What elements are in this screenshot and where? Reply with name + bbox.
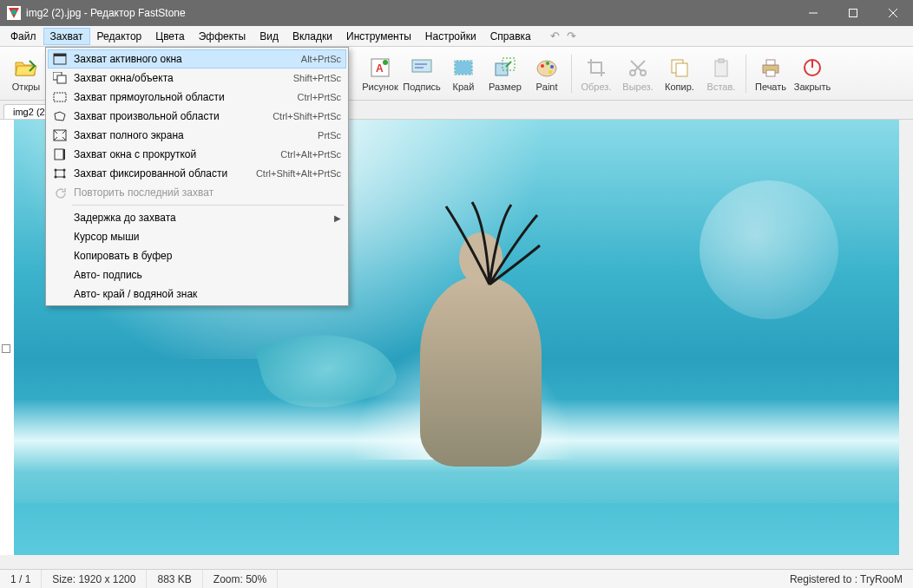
print-button[interactable]: Печать (750, 49, 791, 98)
menu-item-label: Захват окна/объекта (74, 72, 293, 84)
menu-item-label: Захват произвольной области (74, 110, 273, 122)
scroll-corner (899, 555, 913, 569)
menu-tools[interactable]: Инструменты (339, 28, 418, 45)
window-icon (51, 52, 69, 66)
submenu-arrow-icon: ▶ (334, 213, 341, 223)
cut-label: Вырез. (622, 82, 653, 92)
draw-label: Рисунок (362, 82, 398, 92)
menu-capture-fullscreen[interactable]: Захват полного экрана PrtSc (48, 126, 346, 145)
svg-rect-29 (766, 70, 775, 76)
menu-item-label: Авто- подпись (74, 269, 341, 281)
menu-file[interactable]: Файл (3, 28, 43, 45)
svg-rect-24 (676, 63, 687, 76)
menu-capture-fixed[interactable]: Захват фиксированной области Ctrl+Shift+… (48, 164, 346, 183)
menubar: Файл Захват Редактор Цвета Эффекты Вид В… (0, 26, 913, 47)
printer-icon (759, 56, 783, 80)
caption-icon (410, 56, 434, 80)
menu-capture-freeform[interactable]: Захват произвольной области Ctrl+Shift+P… (48, 107, 346, 126)
copy-label: Копир. (665, 82, 694, 92)
menu-item-label: Авто- край / водяной знак (74, 288, 341, 300)
resize-label: Размер (489, 82, 522, 92)
status-filesize: 883 KB (147, 570, 202, 588)
menu-help[interactable]: Справка (483, 28, 538, 45)
svg-rect-25 (715, 61, 727, 76)
svg-rect-35 (57, 75, 66, 83)
menu-capture-rect[interactable]: Захват прямоугольной области Ctrl+PrtSc (48, 88, 346, 107)
menu-capture-window-object[interactable]: Захват окна/объекта Shift+PrtSc (48, 69, 346, 88)
toolbar-separator (746, 55, 746, 93)
scroll-icon (51, 147, 69, 161)
menu-capture-active-window[interactable]: Захват активного окна Alt+PrtSc (48, 49, 346, 69)
copy-button[interactable]: Копир. (659, 49, 700, 98)
menu-item-label: Захват фиксированной области (74, 167, 256, 180)
menu-item-label: Захват прямоугольной области (74, 91, 298, 103)
menu-item-shortcut: Ctrl+Shift+Alt+PrtSc (256, 168, 341, 179)
scissors-icon (626, 56, 650, 80)
cut-button[interactable]: Вырез. (617, 49, 659, 98)
print-label: Печать (755, 82, 786, 92)
svg-point-8 (383, 60, 388, 65)
menu-item-label: Захват окна с прокруткой (74, 148, 280, 160)
menu-capture-copy-buffer[interactable]: Копировать в буфер (48, 246, 346, 265)
open-button[interactable]: Откры (5, 49, 47, 98)
capture-menu: Захват активного окна Alt+PrtSc Захват о… (45, 47, 349, 306)
crop-label: Обрез. (581, 82, 612, 92)
status-zoom-label: Zoom: (213, 573, 243, 585)
caption-label: Подпись (403, 82, 441, 92)
menu-tabs[interactable]: Вкладки (286, 28, 339, 45)
menu-item-shortcut: Shift+PrtSc (293, 73, 341, 83)
crop-button[interactable]: Обрез. (575, 49, 617, 98)
svg-rect-3 (850, 10, 857, 17)
svg-rect-38 (55, 149, 63, 160)
menu-item-label: Задержка до захвата (74, 212, 334, 224)
menu-capture-scrolling[interactable]: Захват окна с прокруткой Ctrl+Alt+PrtSc (48, 145, 346, 164)
paste-label: Встав. (707, 82, 736, 92)
svg-rect-33 (54, 54, 66, 56)
svg-point-42 (63, 169, 66, 172)
menu-separator (72, 205, 345, 206)
undo-icon[interactable]: ↶ (547, 29, 563, 42)
menu-capture[interactable]: Захват (43, 28, 90, 45)
menu-capture-auto-caption[interactable]: Авто- подпись (48, 265, 346, 284)
resize-icon (493, 56, 517, 80)
minimize-button[interactable] (793, 0, 833, 26)
fixed-icon (51, 167, 69, 180)
redo-icon[interactable]: ↷ (563, 29, 580, 42)
rect-icon (51, 90, 69, 104)
menu-colors[interactable]: Цвета (148, 28, 191, 45)
menu-capture-auto-edge[interactable]: Авто- край / водяной знак (48, 284, 346, 304)
palette-icon (535, 56, 559, 80)
maximize-button[interactable] (833, 0, 873, 26)
vertical-scrollbar[interactable] (899, 120, 913, 555)
menu-item-shortcut: Ctrl+Alt+PrtSc (280, 149, 341, 160)
menu-item-label: Захват активного окна (74, 53, 301, 65)
paint-label: Paint (535, 82, 557, 92)
close-button-toolbar[interactable]: Закрыть (791, 49, 833, 98)
menu-editor[interactable]: Редактор (90, 28, 149, 45)
resize-button[interactable]: Размер (484, 49, 526, 98)
edge-label: Край (453, 82, 475, 92)
close-label: Закрыть (794, 82, 831, 92)
menu-effects[interactable]: Эффекты (192, 28, 253, 45)
menu-settings[interactable]: Настройки (418, 28, 483, 45)
titlebar: img2 (2).jpg - Редактор FastStone (0, 0, 913, 26)
close-button[interactable] (873, 0, 913, 26)
caption-button[interactable]: Подпись (401, 49, 443, 98)
svg-point-43 (55, 176, 57, 179)
status-size: Size: 1920 x 1200 (42, 570, 147, 588)
draw-button[interactable]: A Рисунок (359, 49, 401, 98)
paint-button[interactable]: Paint (526, 49, 568, 98)
menu-item-label: Захват полного экрана (74, 129, 318, 141)
window-title: img2 (2).jpg - Редактор FastStone (26, 7, 793, 19)
edge-button[interactable]: Край (443, 49, 484, 98)
crop-handle-left[interactable] (2, 344, 10, 353)
svg-point-44 (63, 176, 66, 179)
horizontal-scrollbar[interactable] (0, 555, 899, 569)
menu-capture-delay[interactable]: Задержка до захвата ▶ (48, 208, 346, 227)
svg-rect-9 (412, 60, 431, 72)
menu-capture-cursor[interactable]: Курсор мыши (48, 227, 346, 246)
menu-view[interactable]: Вид (253, 28, 286, 45)
status-size-label: Size: (52, 573, 76, 585)
fullscreen-icon (51, 128, 69, 142)
paste-button[interactable]: Встав. (700, 49, 742, 98)
